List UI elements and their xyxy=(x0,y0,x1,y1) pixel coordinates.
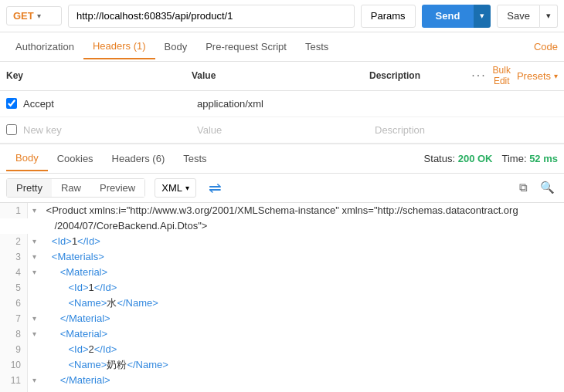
code-line: 1▾ <Product xmlns:i="http://www.w3.org/2… xyxy=(0,203,564,218)
params-button[interactable]: Params xyxy=(361,5,416,28)
line-arrow[interactable]: ▾ xyxy=(28,311,40,326)
header-checkbox-placeholder[interactable] xyxy=(6,124,17,135)
line-content: </Material> xyxy=(40,373,564,388)
view-tabs: Pretty Raw Preview xyxy=(6,178,145,198)
bulk-edit-button[interactable]: BulkEdit xyxy=(493,65,511,87)
method-chevron-icon: ▾ xyxy=(37,12,41,20)
code-line: 12▾ </Materials> xyxy=(0,388,564,392)
headers-section: Key Value Description ··· BulkEdit Prese… xyxy=(0,62,564,144)
line-content: <Material> xyxy=(40,265,564,280)
wrap-button[interactable]: ⇌ xyxy=(209,178,222,197)
code-line: 6 <Name>水</Name> xyxy=(0,296,564,311)
line-number: 5 xyxy=(0,280,28,296)
presets-button[interactable]: Presets ▾ xyxy=(517,70,558,82)
line-content: <Name>奶粉</Name> xyxy=(40,357,564,373)
code-line: 3▾ <Materials> xyxy=(0,249,564,265)
header-value-placeholder[interactable]: Value xyxy=(197,124,375,136)
line-number: 1 xyxy=(0,203,28,218)
presets-chevron-icon: ▾ xyxy=(554,72,558,80)
header-row: Accept application/xml xyxy=(0,91,564,117)
rtab-headers[interactable]: Headers (6) xyxy=(103,147,175,171)
line-content: </Materials> xyxy=(40,388,564,392)
method-selector[interactable]: GET ▾ xyxy=(6,6,62,25)
tab-authorization[interactable]: Authorization xyxy=(6,35,83,59)
line-content: <Id>2</Id> xyxy=(40,342,564,357)
url-input[interactable] xyxy=(68,5,355,28)
rtab-body[interactable]: Body xyxy=(6,146,48,171)
search-icon[interactable]: 🔍 xyxy=(537,179,558,196)
tab-pre-request-script[interactable]: Pre-request Script xyxy=(196,35,296,59)
code-line: /2004/07/CoreBackend.Api.Dtos"> xyxy=(0,218,564,234)
line-number: 11 xyxy=(0,373,28,388)
line-arrow[interactable]: ▾ xyxy=(28,265,40,280)
send-button[interactable]: Send xyxy=(422,5,474,28)
header-row-placeholder: New key Value Description xyxy=(0,117,564,144)
response-tabs: Body Cookies Headers (6) Tests Status: 2… xyxy=(0,144,564,174)
line-content: </Material> xyxy=(40,311,564,326)
more-options-button[interactable]: ··· xyxy=(471,69,486,83)
code-line: 10 <Name>奶粉</Name> xyxy=(0,357,564,373)
code-line: 8▾ <Material> xyxy=(0,326,564,342)
tab-headers[interactable]: Headers (1) xyxy=(83,34,155,59)
send-dropdown-button[interactable]: ▾ xyxy=(474,5,491,28)
status-label: Status: 200 OK xyxy=(424,153,493,164)
line-arrow[interactable]: ▾ xyxy=(28,234,40,249)
rtab-cookies[interactable]: Cookies xyxy=(48,147,103,171)
rtab-tests[interactable]: Tests xyxy=(174,147,216,171)
line-content: <Name>水</Name> xyxy=(40,296,564,311)
line-arrow[interactable]: ▾ xyxy=(28,326,40,342)
headers-columns: Key Value Description xyxy=(6,70,471,81)
code-link[interactable]: Code xyxy=(534,41,558,52)
line-content: /2004/07/CoreBackend.Api.Dtos"> xyxy=(40,218,564,234)
viewer-icons-right: ⧉ 🔍 xyxy=(516,179,558,196)
line-number: 7 xyxy=(0,311,28,326)
header-key-placeholder[interactable]: New key xyxy=(23,124,197,136)
line-arrow[interactable]: ▾ xyxy=(28,249,40,265)
line-number: 6 xyxy=(0,296,28,311)
tab-tests[interactable]: Tests xyxy=(296,35,338,59)
code-area: 1▾ <Product xmlns:i="http://www.w3.org/2… xyxy=(0,203,564,392)
col-value-header: Value xyxy=(192,70,369,81)
col-description-header: Description xyxy=(369,70,471,81)
send-group: Send ▾ xyxy=(422,5,491,28)
copy-icon[interactable]: ⧉ xyxy=(516,179,531,196)
line-arrow[interactable]: ▾ xyxy=(28,203,40,218)
status-value: 200 OK xyxy=(458,153,493,164)
vtab-pretty[interactable]: Pretty xyxy=(7,179,52,197)
code-line: 2▾ <Id>1</Id> xyxy=(0,234,564,249)
code-line: 11▾ </Material> xyxy=(0,373,564,388)
header-value-cell: application/xml xyxy=(197,98,375,110)
viewer-toolbar: Pretty Raw Preview XML ▾ ⇌ ⧉ 🔍 xyxy=(0,174,564,203)
code-line: 9 <Id>2</Id> xyxy=(0,342,564,357)
line-content: <Product xmlns:i="http://www.w3.org/2001… xyxy=(40,203,564,218)
header-key-cell: Accept xyxy=(23,98,197,110)
status-info: Status: 200 OK Time: 52 ms xyxy=(424,153,558,164)
line-number: 12 xyxy=(0,388,28,392)
line-content: <Id>1</Id> xyxy=(40,234,564,249)
lang-chevron-icon: ▾ xyxy=(185,184,189,192)
save-button[interactable]: Save xyxy=(497,5,540,28)
save-dropdown-button[interactable]: ▾ xyxy=(540,5,558,28)
line-number: 2 xyxy=(0,234,28,249)
line-number: 9 xyxy=(0,342,28,357)
line-number: 3 xyxy=(0,249,28,265)
method-text: GET xyxy=(13,10,34,22)
save-group: Save ▾ xyxy=(497,5,558,28)
vtab-preview[interactable]: Preview xyxy=(90,179,144,197)
vtab-raw[interactable]: Raw xyxy=(52,179,90,197)
header-actions: ··· BulkEdit Presets ▾ xyxy=(471,65,558,87)
lang-selector[interactable]: XML ▾ xyxy=(155,178,196,198)
tab-body[interactable]: Body xyxy=(155,35,197,59)
top-bar: GET ▾ Params Send ▾ Save ▾ xyxy=(0,0,564,32)
line-number: 8 xyxy=(0,326,28,342)
time-label: Time: 52 ms xyxy=(501,153,558,164)
line-arrow[interactable]: ▾ xyxy=(28,373,40,388)
line-content: <Material> xyxy=(40,326,564,342)
request-tabs: Authorization Headers (1) Body Pre-reque… xyxy=(0,32,564,62)
headers-toolbar: Key Value Description ··· BulkEdit Prese… xyxy=(0,62,564,91)
header-desc-placeholder[interactable]: Description xyxy=(375,124,558,136)
line-arrow[interactable]: ▾ xyxy=(28,388,40,392)
code-line: 7▾ </Material> xyxy=(0,311,564,326)
header-checkbox[interactable] xyxy=(6,98,17,109)
line-content: <Id>1</Id> xyxy=(40,280,564,296)
